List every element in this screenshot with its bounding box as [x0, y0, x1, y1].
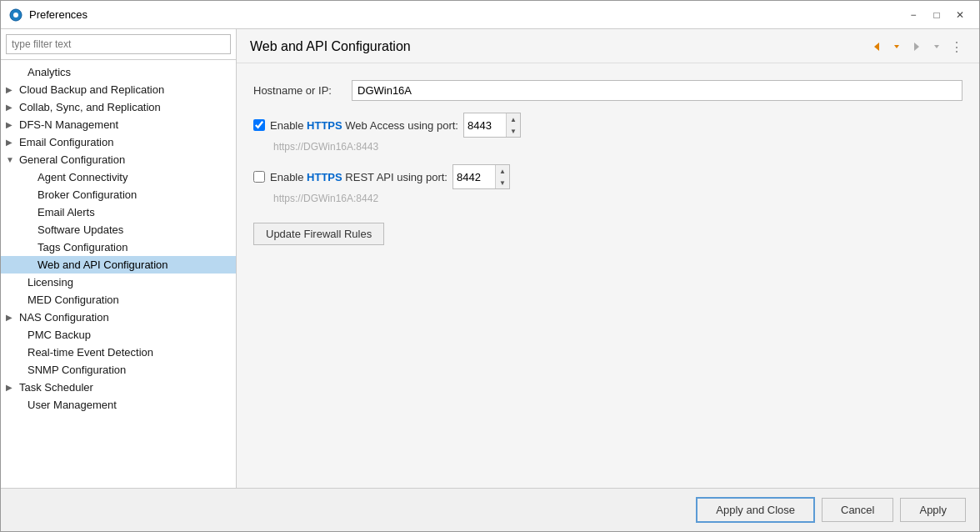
title-bar: Preferences − □ ✕ [1, 1, 979, 29]
title-bar-left: Preferences [9, 8, 88, 22]
sidebar-item-med-config[interactable]: MED Configuration [1, 291, 236, 309]
sidebar-item-nas-config-label: NAS Configuration [19, 311, 109, 324]
sidebar-item-collab-sync-label: Collab, Sync, and Replication [19, 101, 161, 113]
https-api-label: Enable HTTPS REST API using port: [270, 171, 448, 183]
sidebar-item-dfs-n-label: DFS-N Management [19, 118, 118, 131]
https-api-port-down[interactable]: ▼ [496, 177, 509, 188]
sidebar-item-pmc-backup-label: PMC Backup [28, 329, 91, 341]
sidebar-item-email-config[interactable]: Email Configuration [1, 133, 236, 151]
https-api-row: Enable HTTPS REST API using port: ▲ ▼ [253, 164, 962, 189]
minimize-button[interactable]: − [902, 7, 924, 23]
sidebar-item-realtime-event-label: Real-time Event Detection [28, 346, 153, 359]
sidebar-item-dfs-n[interactable]: DFS-N Management [1, 116, 236, 133]
https-api-port-input[interactable] [453, 165, 495, 188]
sidebar-item-task-scheduler[interactable]: Task Scheduler [1, 379, 236, 396]
sidebar-item-nas-config[interactable]: NAS Configuration [1, 309, 236, 326]
sidebar-item-cloud-backup[interactable]: Cloud Backup and Replication [1, 81, 236, 98]
filter-input[interactable] [6, 34, 231, 54]
chevron-cloud-backup [6, 85, 16, 94]
https-web-url-hint: https://DGWin16A:8443 [273, 141, 962, 153]
apply-close-button[interactable]: Apply and Close [696, 497, 815, 523]
svg-point-1 [13, 13, 18, 18]
https-web-port-down[interactable]: ▼ [507, 125, 520, 137]
dropdown-button[interactable] [888, 38, 906, 56]
sidebar-item-pmc-backup[interactable]: PMC Backup [1, 326, 236, 344]
https-api-checkbox[interactable] [253, 171, 265, 183]
chevron-email-config [6, 138, 16, 147]
sidebar-item-broker-config-label: Broker Configuration [38, 188, 137, 201]
close-button[interactable]: ✕ [949, 7, 971, 23]
hostname-input[interactable] [352, 80, 962, 101]
https-api-url-hint: https://DGWin16A:8442 [273, 193, 962, 204]
chevron-task-scheduler [6, 383, 16, 392]
sidebar-item-snmp-config[interactable]: SNMP Configuration [1, 361, 236, 379]
svg-marker-5 [934, 45, 939, 48]
https-api-port-wrap: ▲ ▼ [452, 164, 510, 189]
https-web-row: Enable HTTPS Web Access using port: ▲ ▼ [253, 113, 962, 138]
chevron-dfs-n [6, 120, 16, 129]
sidebar-item-licensing[interactable]: Licensing [1, 274, 236, 291]
sidebar-item-agent-connectivity-label: Agent Connectivity [38, 171, 128, 183]
sidebar-item-task-scheduler-label: Task Scheduler [19, 381, 93, 394]
maximize-button[interactable]: □ [926, 7, 948, 23]
https-api-spin-buttons: ▲ ▼ [495, 165, 509, 188]
https-api-port-up[interactable]: ▲ [496, 165, 509, 177]
chevron-nas-config [6, 313, 16, 322]
dialog-body: Analytics Cloud Backup and Replication C… [1, 29, 979, 488]
right-panel: Web and API Configuration [237, 29, 979, 488]
sidebar-item-analytics[interactable]: Analytics [1, 63, 236, 81]
dropdown-icon [892, 43, 901, 51]
hostname-row: Hostname or IP: [253, 80, 962, 101]
sidebar-item-collab-sync[interactable]: Collab, Sync, and Replication [1, 98, 236, 116]
sidebar-item-software-updates[interactable]: Software Updates [1, 221, 236, 238]
right-header: Web and API Configuration [237, 29, 979, 63]
sidebar-item-realtime-event[interactable]: Real-time Event Detection [1, 344, 236, 361]
svg-marker-3 [894, 45, 899, 48]
forward-button[interactable] [908, 38, 926, 56]
sidebar-item-software-updates-label: Software Updates [38, 223, 123, 236]
https-web-https-text: HTTPS [307, 119, 342, 132]
sidebar-item-tags-config-label: Tags Configuration [38, 241, 128, 253]
right-panel-title: Web and API Configuration [250, 39, 411, 54]
toolbar-icons: ⋮ [868, 38, 966, 56]
forward-dropdown-button[interactable] [928, 38, 946, 56]
sidebar-item-agent-connectivity[interactable]: Agent Connectivity [1, 168, 236, 186]
dialog-title: Preferences [29, 8, 88, 21]
sidebar-item-web-api-config[interactable]: Web and API Configuration [1, 256, 236, 274]
back-button[interactable] [868, 38, 886, 56]
svg-marker-2 [874, 43, 879, 51]
hostname-label: Hostname or IP: [253, 84, 345, 97]
sidebar-item-email-alerts[interactable]: Email Alerts [1, 203, 236, 221]
right-content: Hostname or IP: Enable HTTPS Web Access … [237, 63, 979, 488]
update-firewall-button[interactable]: Update Firewall Rules [253, 223, 384, 245]
apply-button[interactable]: Apply [900, 498, 966, 522]
sidebar-item-user-management[interactable]: User Management [1, 396, 236, 414]
menu-button[interactable]: ⋮ [948, 38, 966, 56]
left-panel: Analytics Cloud Backup and Replication C… [1, 29, 237, 488]
sidebar-item-snmp-config-label: SNMP Configuration [28, 364, 126, 376]
chevron-collab-sync [6, 103, 16, 112]
sidebar-item-user-management-label: User Management [28, 399, 117, 411]
sidebar-item-med-config-label: MED Configuration [28, 294, 119, 306]
sidebar-item-cloud-backup-label: Cloud Backup and Replication [19, 83, 164, 96]
back-icon [871, 41, 882, 53]
https-web-label: Enable HTTPS Web Access using port: [270, 119, 458, 132]
forward-icon [911, 41, 922, 53]
sidebar-item-broker-config[interactable]: Broker Configuration [1, 186, 236, 203]
https-web-port-up[interactable]: ▲ [507, 113, 520, 125]
cancel-button[interactable]: Cancel [822, 498, 893, 522]
svg-marker-4 [914, 43, 919, 51]
sidebar-item-web-api-config-label: Web and API Configuration [38, 258, 168, 271]
app-icon [9, 8, 22, 22]
preferences-dialog: Preferences − □ ✕ Analytics Cloud Backup… [0, 0, 980, 532]
chevron-general-config [6, 155, 16, 164]
title-bar-controls: − □ ✕ [902, 7, 971, 23]
https-web-checkbox[interactable] [253, 119, 265, 131]
https-web-port-input[interactable] [464, 113, 506, 137]
https-web-spin-buttons: ▲ ▼ [506, 113, 520, 137]
sidebar-item-email-config-label: Email Configuration [19, 136, 113, 148]
sidebar-item-tags-config[interactable]: Tags Configuration [1, 238, 236, 256]
forward-dropdown-icon [932, 43, 941, 51]
https-web-port-wrap: ▲ ▼ [463, 113, 521, 138]
sidebar-item-general-config[interactable]: General Configuration [1, 151, 236, 168]
